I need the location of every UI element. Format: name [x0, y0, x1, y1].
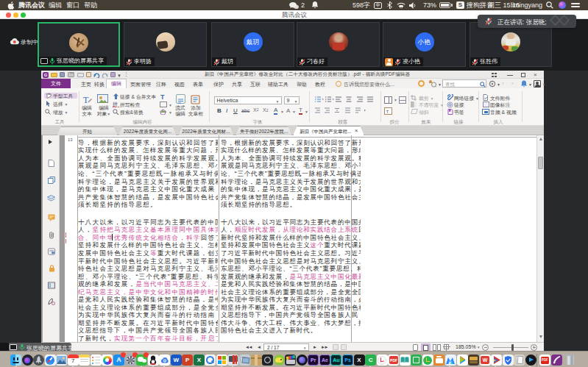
svg-text:T: T: [83, 95, 89, 104]
svg-text:拼: 拼: [113, 101, 118, 107]
